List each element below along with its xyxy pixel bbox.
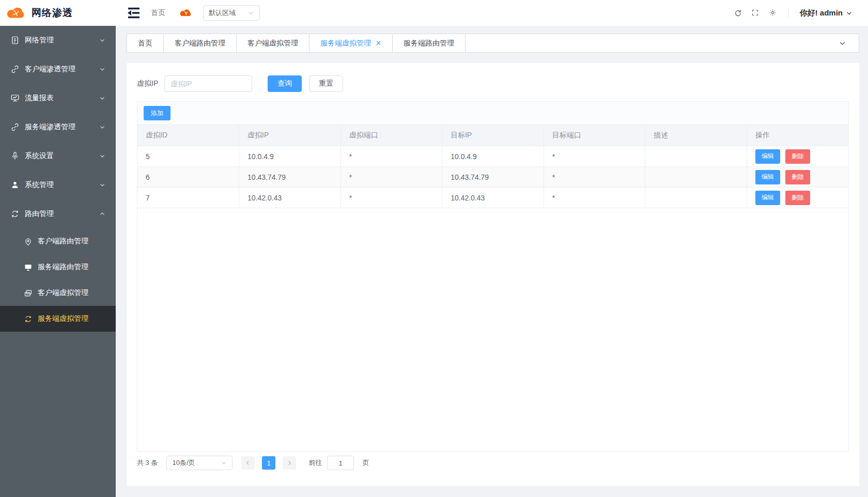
sidebar-item-system-settings[interactable]: 系统设置: [0, 142, 116, 170]
edit-button[interactable]: 编辑: [755, 149, 780, 164]
app-title: 网络渗透: [32, 6, 73, 20]
link-icon: [10, 65, 20, 74]
sidebar-menu: 网络管理 客户端渗透管理 流量报表: [0, 26, 116, 332]
cell-virtual-port: *: [340, 146, 442, 167]
cell-actions: 编辑 删除: [747, 167, 848, 188]
delete-button[interactable]: 删除: [785, 191, 810, 205]
next-page-button[interactable]: [283, 456, 296, 470]
region-select[interactable]: 默认区域: [203, 5, 260, 21]
sidebar-item-traffic-report[interactable]: 流量报表: [0, 84, 116, 113]
tab-options-chevron-down-icon[interactable]: [826, 34, 859, 52]
sun-icon[interactable]: [769, 9, 778, 18]
cell-target-ip: 10.43.74.79: [442, 167, 544, 188]
cell-virtual-id: 6: [137, 167, 239, 188]
sidebar-item-label: 服务端虚拟管理: [38, 314, 88, 323]
tab-label: 首页: [138, 39, 152, 48]
content-panel: 虚拟IP 查询 重置 添加 虚拟ID 虚拟IP 虚拟端口 目标IP 目标端口 描…: [127, 63, 859, 486]
user-icon: [10, 180, 20, 190]
column-header: 操作: [747, 125, 848, 146]
reset-button[interactable]: 重置: [309, 75, 343, 92]
fullscreen-icon[interactable]: [751, 9, 760, 18]
breadcrumb[interactable]: 首页: [151, 8, 165, 18]
chevron-up-icon: [99, 211, 105, 217]
cards-icon: [24, 289, 33, 298]
chevron-down-icon: [248, 10, 254, 16]
prev-page-button[interactable]: [241, 456, 255, 470]
cell-target-ip: 10.42.0.43: [442, 188, 544, 208]
delete-button[interactable]: 删除: [785, 170, 810, 184]
column-header: 目标IP: [442, 125, 544, 146]
goto-page-input[interactable]: [327, 456, 354, 470]
cloud-logo-icon: [5, 6, 27, 20]
sidebar-item-label: 服务端路由管理: [38, 262, 88, 272]
table-row: 6 10.43.74.79 * 10.43.74.79 * 编辑 删除: [137, 167, 848, 188]
sidebar-item-server-pentest-mgmt[interactable]: 服务端渗透管理: [0, 113, 116, 142]
cell-target-port: *: [544, 167, 645, 188]
cell-description: [645, 188, 747, 208]
header-actions: 你好! admin: [734, 8, 853, 18]
divider: [788, 8, 789, 18]
refresh-icon[interactable]: [734, 9, 742, 18]
add-button[interactable]: 添加: [144, 106, 171, 120]
cell-virtual-id: 7: [137, 188, 239, 208]
table-row: 5 10.0.4.9 * 10.0.4.9 * 编辑 删除: [137, 146, 848, 167]
page-size-select[interactable]: 10条/页: [166, 456, 233, 470]
cell-virtual-ip: 10.42.0.43: [239, 188, 341, 208]
goto-label: 前往: [308, 458, 322, 468]
sidebar-item-client-pentest-mgmt[interactable]: 客户端渗透管理: [0, 55, 116, 84]
sidebar-item-route-mgmt[interactable]: 路由管理: [0, 199, 116, 228]
cell-description: [645, 167, 747, 188]
region-select-value: 默认区域: [209, 8, 236, 18]
delete-button[interactable]: 删除: [785, 149, 810, 164]
cell-actions: 编辑 删除: [747, 146, 848, 167]
link-icon: [10, 122, 20, 132]
collapse-sidebar-icon[interactable]: [127, 7, 141, 19]
chevron-down-icon: [99, 153, 105, 159]
close-icon[interactable]: ✕: [376, 40, 381, 46]
cell-target-ip: 10.0.4.9: [442, 146, 544, 167]
tab-client-route-mgmt[interactable]: 客户端路由管理: [164, 34, 237, 52]
refresh-icon: [10, 209, 20, 219]
tab-server-route-mgmt[interactable]: 服务端路由管理: [393, 34, 466, 52]
tab-server-virtual-mgmt[interactable]: 服务端虚拟管理 ✕: [309, 34, 393, 52]
table-container: 添加 虚拟ID 虚拟IP 虚拟端口 目标IP 目标端口 描述 操作: [137, 101, 849, 452]
search-field-label: 虚拟IP: [137, 79, 158, 88]
table-row: 7 10.42.0.43 * 10.42.0.43 * 编辑 删除: [137, 188, 848, 208]
chevron-down-icon: [221, 460, 227, 466]
microphone-icon: [10, 151, 20, 161]
edit-button[interactable]: 编辑: [755, 191, 780, 205]
sidebar-item-network-mgmt[interactable]: 网络管理: [0, 26, 116, 55]
column-header: 描述: [645, 125, 747, 146]
user-greeting: 你好! admin: [800, 8, 843, 18]
sidebar-item-label: 网络管理: [25, 36, 99, 45]
virtual-routes-table: 虚拟ID 虚拟IP 虚拟端口 目标IP 目标端口 描述 操作 5 10.0.4.…: [137, 125, 848, 208]
cell-virtual-ip: 10.0.4.9: [239, 146, 341, 167]
user-dropdown[interactable]: 你好! admin: [800, 8, 853, 18]
tab-client-virtual-mgmt[interactable]: 客户端虚拟管理: [237, 34, 309, 52]
edit-button[interactable]: 编辑: [755, 170, 780, 184]
table-empty-area: [137, 208, 848, 451]
page-number-button[interactable]: 1: [262, 456, 275, 470]
app-logo: 网络渗透: [0, 0, 116, 26]
sidebar-item-client-route-mgmt[interactable]: 客户端路由管理: [0, 228, 116, 254]
virtual-ip-input[interactable]: [164, 75, 252, 92]
sidebar-item-system-mgmt[interactable]: 系统管理: [0, 170, 116, 199]
sidebar-item-server-virtual-mgmt[interactable]: 服务端虚拟管理: [0, 306, 116, 332]
sidebar-item-server-route-mgmt[interactable]: 服务端路由管理: [0, 254, 116, 280]
column-header: 虚拟端口: [340, 125, 442, 146]
cloud-icon[interactable]: [179, 8, 193, 18]
cell-virtual-ip: 10.43.74.79: [239, 167, 341, 188]
sidebar-item-client-virtual-mgmt[interactable]: 客户端虚拟管理: [0, 280, 116, 306]
tab-label: 服务端路由管理: [404, 39, 454, 48]
cell-description: [645, 146, 747, 167]
sidebar-item-label: 流量报表: [25, 94, 99, 103]
main-area: 首页 默认区域 你好! admin: [116, 0, 868, 497]
column-header: 虚拟IP: [239, 125, 341, 146]
tab-home[interactable]: 首页: [127, 34, 164, 52]
top-header: 首页 默认区域 你好! admin: [116, 0, 868, 26]
sidebar-item-label: 系统管理: [25, 180, 99, 190]
chevron-down-icon: [99, 124, 105, 130]
query-button[interactable]: 查询: [268, 75, 302, 92]
refresh-icon: [24, 315, 33, 323]
tab-label: 客户端虚拟管理: [247, 39, 298, 48]
